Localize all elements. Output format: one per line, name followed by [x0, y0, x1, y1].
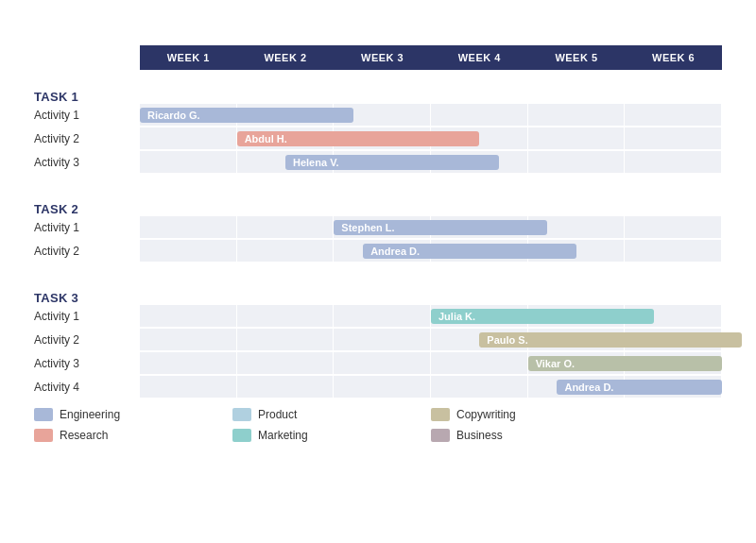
- gantt-cell: [528, 151, 626, 174]
- gantt-cell: [140, 329, 237, 351]
- task-label-task3: TASK 3: [34, 291, 140, 305]
- legend-item-2: Copywriting: [431, 408, 629, 421]
- legend-color-box: [232, 408, 251, 421]
- gantt-cell: [625, 127, 722, 150]
- legend-color-box: [232, 429, 251, 442]
- task-header-task2: TASK 2: [34, 190, 722, 216]
- gantt-cell: [625, 240, 722, 263]
- gantt-bar: Abdul H.: [237, 131, 480, 146]
- activity-row-task1-0: Activity 1Ricardo G.: [34, 104, 722, 127]
- gantt-cell: [140, 376, 237, 399]
- activity-name: Activity 3: [34, 156, 140, 169]
- week-header-2: WEEK 2: [237, 45, 335, 70]
- gantt-cell: [431, 376, 528, 399]
- legend-color-box: [34, 408, 53, 421]
- gantt-cell: [528, 127, 626, 150]
- gantt-bar: Helena V.: [285, 155, 499, 170]
- activity-name: Activity 3: [34, 357, 140, 370]
- gantt-cell: [528, 104, 626, 127]
- gantt-cell: [140, 240, 237, 263]
- legend-item-1: Product: [232, 408, 431, 421]
- activity-row-task2-1: Activity 2Andrea D.: [34, 240, 722, 263]
- task-label-task2: TASK 2: [34, 202, 140, 216]
- gantt-cell: [140, 127, 237, 150]
- activity-row-task3-0: Activity 1Julia K.: [34, 305, 722, 328]
- gantt-cell: [334, 352, 431, 375]
- gantt-cell: [140, 352, 237, 375]
- gantt-cell: [140, 216, 237, 239]
- legend-label: Engineering: [60, 408, 120, 421]
- gantt-chart: WEEK 1WEEK 2WEEK 3WEEK 4WEEK 5WEEK 6TASK…: [34, 45, 722, 399]
- gantt-cell: [237, 352, 335, 375]
- gantt-bar: Andrea D.: [557, 380, 722, 395]
- week-header-row: WEEK 1WEEK 2WEEK 3WEEK 4WEEK 5WEEK 6: [34, 45, 722, 70]
- week-header-1: WEEK 1: [140, 45, 237, 70]
- gantt-cell: [140, 305, 237, 328]
- week-header-6: WEEK 6: [625, 45, 722, 70]
- week-header-5: WEEK 5: [528, 45, 626, 70]
- activity-row-task3-3: Activity 4Andrea D.: [34, 376, 722, 399]
- gantt-cell: [431, 104, 528, 127]
- legend-color-box: [431, 408, 450, 421]
- gantt-bar: Stephen L.: [334, 220, 547, 235]
- task-header-task1: TASK 1: [34, 77, 722, 104]
- week-header-3: WEEK 3: [334, 45, 431, 70]
- activity-name: Activity 1: [34, 221, 140, 234]
- gantt-cell: [431, 352, 528, 375]
- gantt-bar: Paulo S.: [479, 332, 741, 348]
- task-label-task1: TASK 1: [34, 90, 140, 104]
- gantt-cell: [237, 216, 335, 239]
- activity-row-task2-0: Activity 1Stephen L.: [34, 216, 722, 239]
- activity-row-task1-1: Activity 2Abdul H.: [34, 127, 722, 150]
- gantt-cell: [140, 151, 237, 174]
- gantt-cell: [625, 216, 722, 239]
- gantt-cell: [334, 329, 431, 351]
- gantt-cell: [237, 305, 335, 328]
- activity-name: Activity 2: [34, 245, 140, 258]
- gantt-cell: [625, 104, 722, 127]
- activity-name: Activity 1: [34, 109, 140, 122]
- legend: EngineeringProductCopywritingResearchMar…: [34, 408, 722, 444]
- activity-name: Activity 2: [34, 132, 140, 145]
- header: [34, 26, 722, 30]
- gantt-cell: [334, 376, 431, 399]
- activity-row-task3-1: Activity 2Paulo S.: [34, 329, 722, 351]
- legend-label: Research: [60, 429, 108, 442]
- gantt-cell: [625, 151, 722, 174]
- gantt-cell: [334, 305, 431, 328]
- legend-color-box: [34, 429, 53, 442]
- gantt-cell: [237, 329, 335, 351]
- week-header-4: WEEK 4: [431, 45, 528, 70]
- activity-name: Activity 2: [34, 333, 140, 347]
- activity-row-task1-2: Activity 3Helena V.: [34, 151, 722, 174]
- activity-row-task3-2: Activity 3Vikar O.: [34, 352, 722, 375]
- legend-item-0: Engineering: [34, 408, 232, 421]
- legend-item-5: Business: [431, 429, 629, 442]
- gantt-bar: Andrea D.: [363, 244, 576, 259]
- legend-color-box: [431, 429, 450, 442]
- activity-name: Activity 1: [34, 310, 140, 323]
- gantt-bar: Vikar O.: [528, 356, 722, 371]
- task-header-task3: TASK 3: [34, 279, 722, 305]
- gantt-bar: Julia K.: [431, 309, 654, 324]
- gantt-bar: Ricardo G.: [140, 108, 353, 123]
- legend-label: Product: [258, 408, 297, 421]
- activity-name: Activity 4: [34, 381, 140, 394]
- legend-label: Business: [456, 429, 503, 442]
- gantt-cell: [237, 240, 335, 263]
- legend-item-3: Research: [34, 429, 232, 442]
- gantt-cell: [237, 376, 335, 399]
- page-container: WEEK 1WEEK 2WEEK 3WEEK 4WEEK 5WEEK 6TASK…: [34, 26, 722, 444]
- legend-item-4: Marketing: [232, 429, 431, 442]
- legend-label: Marketing: [258, 429, 308, 442]
- legend-label: Copywriting: [456, 408, 516, 421]
